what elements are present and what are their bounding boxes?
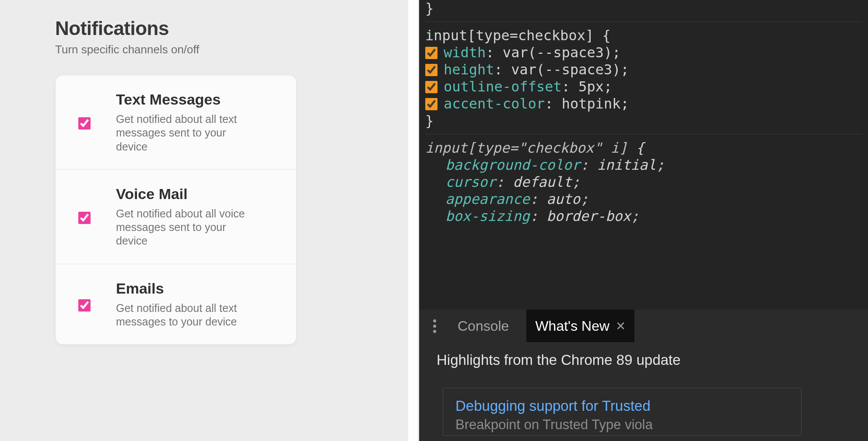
row-desc: Get notified about all text messages to … [116, 301, 260, 329]
tab-whats-new[interactable]: What's New ✕ [526, 310, 634, 342]
row-desc: Get notified about all voice messages se… [116, 207, 260, 248]
kebab-menu-icon[interactable] [429, 319, 440, 333]
css-prop: box-sizing [445, 208, 530, 224]
css-prop: appearance [445, 191, 530, 207]
css-declaration[interactable]: width: var(--space3); [425, 44, 862, 61]
whats-new-article[interactable]: Debugging support for Trusted Breakpoint… [443, 388, 802, 436]
drawer-tabstrip: Console What's New ✕ [419, 310, 868, 342]
close-icon[interactable]: ✕ [616, 319, 626, 333]
css-value[interactable]: var(--space3) [503, 44, 612, 61]
css-declaration: appearance: auto; [425, 191, 862, 208]
css-declaration[interactable]: accent-color: hotpink; [425, 95, 862, 112]
css-declaration: background-color: initial; [425, 157, 862, 174]
checkbox-text-messages[interactable] [78, 117, 91, 130]
page-subtitle: Turn specific channels on/off [55, 43, 407, 56]
page-content: Notifications Turn specific channels on/… [0, 0, 407, 441]
row-title: Voice Mail [116, 186, 260, 203]
devtools-splitter[interactable] [407, 0, 419, 441]
row-title: Emails [116, 280, 260, 297]
css-value: border-box [546, 208, 631, 224]
devtools-panel: } input[type=checkbox] { width: var(--sp… [419, 0, 868, 441]
row-desc: Get notified about all text messages sen… [116, 112, 260, 154]
css-prop: cursor [445, 174, 496, 190]
rule-close-brace: } [425, 0, 434, 17]
notification-row-emails: Emails Get notified about all text messa… [56, 264, 296, 345]
devtools-drawer: Console What's New ✕ Highlights from the… [419, 310, 868, 441]
page-title: Notifications [55, 18, 407, 39]
css-rule-useragent: input[type="checkbox" i] { [425, 140, 862, 157]
checkbox-emails[interactable] [78, 299, 91, 312]
styles-pane[interactable]: } input[type=checkbox] { width: var(--sp… [419, 0, 868, 225]
css-value[interactable]: hotpink [562, 95, 621, 112]
css-selector: input[type="checkbox" i] [425, 140, 627, 156]
notification-row-voice-mail: Voice Mail Get notified about all voice … [56, 170, 296, 264]
css-declaration[interactable]: height: var(--space3); [425, 61, 862, 78]
drawer-body: Highlights from the Chrome 89 update Deb… [419, 342, 868, 436]
css-prop: background-color [445, 157, 580, 173]
css-value: default [513, 174, 572, 190]
row-title: Text Messages [116, 91, 260, 108]
css-declaration: cursor: default; [425, 174, 862, 191]
css-prop[interactable]: outline-offset [444, 78, 562, 95]
css-value: initial [597, 157, 656, 173]
checkbox-voice-mail[interactable] [78, 212, 91, 224]
article-title-link[interactable]: Debugging support for Trusted [455, 398, 789, 414]
decl-toggle[interactable] [425, 81, 438, 93]
open-brace: { [636, 140, 644, 156]
decl-toggle[interactable] [425, 64, 438, 76]
tab-label: What's New [535, 318, 609, 334]
css-prop[interactable]: height [444, 61, 494, 78]
whats-new-headline: Highlights from the Chrome 89 update [437, 352, 868, 368]
rule-separator [425, 21, 862, 22]
notification-row-text-messages: Text Messages Get notified about all tex… [56, 75, 296, 170]
article-subtitle: Breakpoint on Trusted Type viola [455, 417, 789, 433]
css-value: auto [546, 191, 580, 207]
css-declaration: box-sizing: border-box; [425, 208, 862, 225]
css-selector[interactable]: input[type=checkbox] [425, 27, 594, 44]
decl-toggle[interactable] [425, 98, 438, 110]
css-declaration[interactable]: outline-offset: 5px; [425, 78, 862, 95]
tab-console[interactable]: Console [452, 315, 515, 337]
css-rule-author[interactable]: input[type=checkbox] { [425, 27, 862, 44]
close-brace: } [425, 112, 434, 129]
css-value[interactable]: 5px [578, 78, 604, 95]
rule-separator [425, 134, 862, 134]
css-prop[interactable]: width [444, 44, 486, 61]
notifications-card: Text Messages Get notified about all tex… [55, 75, 297, 345]
css-prop[interactable]: accent-color [444, 95, 545, 112]
css-value[interactable]: var(--space3) [511, 61, 620, 78]
decl-toggle[interactable] [425, 47, 438, 59]
open-brace: { [602, 27, 611, 44]
